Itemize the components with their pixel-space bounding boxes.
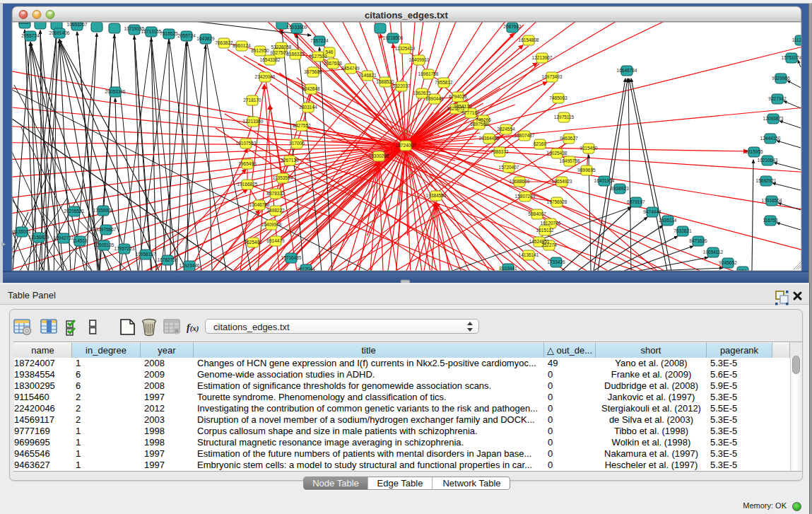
svg-text:33975867: 33975867 bbox=[96, 227, 117, 232]
svg-text:14136141: 14136141 bbox=[519, 252, 539, 257]
svg-text:16120746: 16120746 bbox=[541, 221, 561, 226]
svg-text:8454749: 8454749 bbox=[341, 66, 360, 71]
svg-text:8912950: 8912950 bbox=[251, 48, 269, 53]
svg-text:20691406: 20691406 bbox=[49, 30, 70, 35]
svg-text:8938923: 8938923 bbox=[611, 186, 629, 191]
svg-text:17957223: 17957223 bbox=[114, 246, 135, 251]
svg-text:8186323: 8186323 bbox=[286, 52, 305, 57]
svg-text:18724007: 18724007 bbox=[396, 143, 416, 148]
svg-text:10973493: 10973493 bbox=[542, 74, 563, 79]
svg-text:7625402: 7625402 bbox=[244, 240, 262, 245]
svg-text:12975115: 12975115 bbox=[554, 115, 575, 119]
svg-text:10210643: 10210643 bbox=[758, 158, 778, 163]
svg-text:16495758: 16495758 bbox=[560, 158, 580, 163]
svg-text:19654923: 19654923 bbox=[552, 179, 572, 184]
svg-text:16961758: 16961758 bbox=[418, 71, 439, 76]
svg-text:2055724: 2055724 bbox=[177, 33, 196, 38]
svg-text:12923446: 12923446 bbox=[180, 263, 200, 268]
svg-text:15751074: 15751074 bbox=[782, 55, 802, 60]
svg-text:9245652: 9245652 bbox=[719, 260, 737, 265]
svg-text:9899695: 9899695 bbox=[577, 168, 596, 173]
svg-text:10107553: 10107553 bbox=[236, 141, 257, 146]
svg-text:16409910: 16409910 bbox=[409, 57, 430, 62]
svg-text:9127503: 9127503 bbox=[309, 54, 327, 59]
svg-text:1643829: 1643829 bbox=[196, 36, 215, 41]
svg-text:10025438: 10025438 bbox=[547, 151, 567, 156]
svg-text:16543382: 16543382 bbox=[260, 57, 281, 62]
svg-text:f(x): f(x) bbox=[187, 322, 199, 333]
svg-text:10688609: 10688609 bbox=[510, 179, 530, 184]
svg-text:1965493: 1965493 bbox=[238, 161, 257, 166]
svg-text:917006: 917006 bbox=[289, 141, 305, 146]
svg-text:15807249: 15807249 bbox=[515, 194, 536, 199]
svg-text:23420046: 23420046 bbox=[255, 74, 276, 79]
svg-text:546: 546 bbox=[326, 49, 334, 54]
svg-text:15720407: 15720407 bbox=[499, 165, 519, 170]
svg-text:7955812: 7955812 bbox=[435, 80, 453, 85]
svg-text:12942737: 12942737 bbox=[54, 235, 74, 240]
svg-text:9227342: 9227342 bbox=[768, 96, 787, 101]
svg-text:3267130: 3267130 bbox=[281, 158, 299, 163]
svg-text:2718170: 2718170 bbox=[243, 98, 261, 103]
svg-text:6794028: 6794028 bbox=[449, 94, 467, 99]
svg-text:7386372: 7386372 bbox=[490, 149, 509, 154]
svg-text:3824554: 3824554 bbox=[497, 127, 515, 132]
svg-text:19166825: 19166825 bbox=[237, 182, 258, 187]
svg-text:1362615: 1362615 bbox=[413, 90, 431, 95]
svg-text:8135001: 8135001 bbox=[13, 229, 31, 234]
svg-text:16782759: 16782759 bbox=[158, 257, 178, 262]
svg-text:7632621: 7632621 bbox=[673, 228, 692, 233]
svg-text:6914479: 6914479 bbox=[266, 238, 285, 243]
svg-text:8215955: 8215955 bbox=[745, 149, 763, 154]
svg-text:9474444: 9474444 bbox=[643, 209, 661, 214]
svg-text:16154808: 16154808 bbox=[519, 37, 539, 42]
svg-text:116753: 116753 bbox=[763, 218, 778, 223]
svg-text:9329966: 9329966 bbox=[772, 76, 790, 81]
svg-text:12444150: 12444150 bbox=[760, 136, 781, 141]
svg-text:2803144: 2803144 bbox=[299, 105, 317, 110]
svg-text:8471626: 8471626 bbox=[689, 238, 707, 243]
svg-text:8990448: 8990448 bbox=[425, 96, 444, 101]
svg-text:7357224: 7357224 bbox=[310, 38, 329, 43]
svg-text:2055724: 2055724 bbox=[21, 33, 40, 38]
svg-text:11325419: 11325419 bbox=[395, 46, 416, 51]
svg-text:12505135: 12505135 bbox=[94, 243, 114, 247]
svg-text:19384554: 19384554 bbox=[426, 193, 447, 198]
svg-text:17016504: 17016504 bbox=[762, 198, 782, 203]
svg-text:11353594: 11353594 bbox=[273, 175, 293, 180]
svg-text:9777169: 9777169 bbox=[461, 110, 480, 115]
svg-text:2087662: 2087662 bbox=[503, 24, 522, 29]
svg-text:15716485: 15716485 bbox=[281, 255, 302, 260]
svg-text:5322037: 5322037 bbox=[392, 83, 411, 88]
svg-text:17359934: 17359934 bbox=[93, 208, 114, 213]
svg-text:16713155: 16713155 bbox=[141, 29, 162, 34]
svg-text:8878332: 8878332 bbox=[266, 191, 285, 196]
svg-text:6879197: 6879197 bbox=[627, 199, 645, 204]
svg-text:3498222: 3498222 bbox=[266, 208, 285, 213]
svg-text:8960124: 8960124 bbox=[233, 43, 251, 48]
svg-text:9115460: 9115460 bbox=[580, 146, 598, 151]
svg-text:8103441: 8103441 bbox=[499, 266, 517, 271]
svg-text:10653267: 10653267 bbox=[67, 22, 88, 27]
svg-text:citations_edges.txt: citations_edges.txt bbox=[365, 10, 448, 21]
svg-text:114519: 114519 bbox=[72, 238, 88, 243]
svg-text:10046788: 10046788 bbox=[249, 202, 270, 207]
svg-text:20364436: 20364436 bbox=[479, 136, 500, 141]
svg-text:12093873: 12093873 bbox=[763, 116, 784, 121]
svg-text:7485063: 7485063 bbox=[549, 95, 567, 100]
svg-text:15692921: 15692921 bbox=[756, 178, 777, 183]
svg-text:8427552: 8427552 bbox=[293, 123, 311, 128]
svg-text:16401954: 16401954 bbox=[594, 178, 615, 183]
svg-text:7663822: 7663822 bbox=[215, 40, 233, 45]
svg-text:9327503: 9327503 bbox=[270, 50, 288, 55]
svg-text:3875685: 3875685 bbox=[304, 69, 322, 74]
svg-text:12213967: 12213967 bbox=[532, 55, 553, 60]
svg-text:20206521: 20206521 bbox=[64, 209, 85, 214]
svg-text:20053346: 20053346 bbox=[105, 89, 126, 94]
svg-text:18300295: 18300295 bbox=[369, 153, 389, 158]
svg-text:19756928: 19756928 bbox=[547, 199, 567, 204]
svg-text:19218506: 19218506 bbox=[383, 35, 404, 40]
svg-text:7515525: 7515525 bbox=[160, 31, 178, 36]
svg-text:1615112: 1615112 bbox=[536, 228, 554, 233]
svg-text:53226058: 53226058 bbox=[271, 45, 292, 49]
